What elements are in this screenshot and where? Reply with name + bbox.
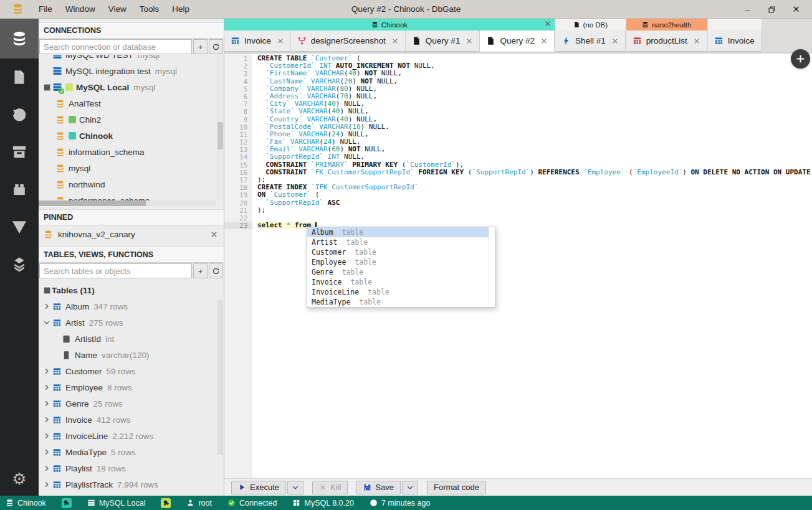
close-tab-icon[interactable] <box>540 37 548 45</box>
database-item-mysql[interactable]: mysql <box>39 160 224 176</box>
activity-query-designer[interactable] <box>0 208 39 245</box>
close-tab-icon[interactable] <box>391 37 399 45</box>
save-dropdown-button[interactable] <box>402 481 418 494</box>
table-item-invoice[interactable]: Invoice412 rows <box>39 412 224 428</box>
chevron-right-icon[interactable] <box>42 416 52 423</box>
autocomplete-item-employee[interactable]: Employeetable <box>307 257 489 267</box>
column-item-name[interactable]: Namevarchar(120) <box>39 347 224 363</box>
refresh-tables-button[interactable] <box>209 263 223 278</box>
add-table-button[interactable]: + <box>193 263 208 278</box>
tab-group-header[interactable]: (no DB) <box>555 19 626 31</box>
close-tab-icon[interactable] <box>693 37 700 45</box>
unpin-close-icon[interactable] <box>210 230 218 238</box>
table-item-playlisttrack[interactable]: PlaylistTrack7,994 rows <box>39 476 224 493</box>
execute-button[interactable]: Execute <box>231 481 286 494</box>
chevron-right-icon[interactable] <box>42 303 52 310</box>
activity-files[interactable] <box>0 59 39 96</box>
chevron-right-icon[interactable] <box>42 448 52 456</box>
database-item-chin2[interactable]: Chin2 <box>39 111 224 128</box>
tab-group-header[interactable]: Chinook <box>224 19 555 31</box>
chevron-right-icon[interactable] <box>42 465 52 472</box>
execute-dropdown-button[interactable] <box>287 481 303 494</box>
database-item-northwind[interactable]: northwind <box>39 176 224 192</box>
settings-button[interactable]: ⚙ <box>12 471 26 487</box>
status-connected[interactable]: Connected <box>227 499 277 508</box>
tab-query-1[interactable]: Query #1 <box>406 31 480 52</box>
connections-horizontal-scrollbar[interactable] <box>39 201 216 206</box>
chevron-right-icon[interactable] <box>42 432 52 440</box>
menu-tools[interactable]: Tools <box>140 4 160 14</box>
autocomplete-item-customer[interactable]: Customertable <box>307 247 489 257</box>
autocomplete-item-invoiceline[interactable]: InvoiceLinetable <box>307 287 489 297</box>
tab-invoice[interactable]: Invoice <box>224 31 291 52</box>
menu-window[interactable]: Window <box>65 4 95 14</box>
chevron-right-icon[interactable] <box>42 481 52 488</box>
autocomplete-item-mediatype[interactable]: MediaTypetable <box>307 297 489 307</box>
status-chinook[interactable]: Chinook <box>6 499 46 508</box>
refresh-connections-button[interactable] <box>209 39 223 54</box>
restore-button[interactable] <box>760 0 784 19</box>
database-item-chinook[interactable]: Chinook <box>39 128 224 144</box>
format-code-button[interactable]: Format code <box>427 481 486 494</box>
table-item-invoiceline[interactable]: InvoiceLine2,212 rows <box>39 428 224 444</box>
connections-search-input[interactable] <box>39 39 192 54</box>
close-tab-icon[interactable] <box>611 37 619 45</box>
table-item-artist[interactable]: Artist275 rows <box>39 314 224 331</box>
tab-designerscreenshot[interactable]: designerScreenshot <box>291 31 406 52</box>
table-item-album[interactable]: Album347 rows <box>39 298 224 314</box>
menu-help[interactable]: Help <box>172 4 189 14</box>
tab-group-header[interactable]: nano2health <box>626 19 707 31</box>
autocomplete-item-genre[interactable]: Genretable <box>307 267 489 277</box>
activity-archive[interactable] <box>0 133 39 171</box>
minus-box-icon[interactable] <box>42 286 52 295</box>
minimize-button[interactable]: – <box>735 0 760 19</box>
close-tab-icon[interactable] <box>466 37 473 45</box>
tables-vertical-scrollbar[interactable] <box>217 300 223 455</box>
status-mysql-8-0-20[interactable]: MySQL 8.0.20 <box>292 499 353 508</box>
tab-invoice[interactable]: Invoice <box>708 31 762 52</box>
autocomplete-scrollbar[interactable] <box>489 227 495 307</box>
activity-cells[interactable] <box>0 245 39 283</box>
tab-productlist[interactable]: productList <box>626 31 707 52</box>
status-color-badge[interactable] <box>62 498 72 508</box>
activity-plugins[interactable] <box>0 171 39 208</box>
connection-item-mysql-local[interactable]: MySQL Localmysql <box>39 79 224 95</box>
add-connection-button[interactable]: + <box>193 39 208 54</box>
status-7-minutes-ago[interactable]: 7 minutes ago <box>370 499 431 508</box>
autocomplete-item-album[interactable]: Albumtable <box>307 227 489 237</box>
database-item-information-schema[interactable]: information_schema <box>39 144 224 160</box>
tab-group-header[interactable] <box>708 19 762 31</box>
menu-view[interactable]: View <box>108 4 127 14</box>
table-item-mediatype[interactable]: MediaType5 rows <box>39 444 224 460</box>
sql-editor[interactable]: 1234567891011121314151617181920212223 CR… <box>224 52 812 478</box>
status-color-badge[interactable] <box>161 498 171 508</box>
tables-group-header[interactable]: Tables (11) <box>39 282 224 298</box>
autocomplete-item-artist[interactable]: Artisttable <box>307 237 489 247</box>
column-item-artistid[interactable]: ArtistIdint <box>39 331 224 347</box>
database-item-analtest[interactable]: AnalTest <box>39 95 224 111</box>
activity-connections[interactable] <box>0 19 39 59</box>
status-root[interactable]: root <box>186 499 212 508</box>
tables-search-input[interactable] <box>39 263 192 278</box>
table-item-employee[interactable]: Employee8 rows <box>39 379 224 395</box>
chevron-right-icon[interactable] <box>42 367 52 375</box>
kill-button[interactable]: Kill <box>312 481 348 494</box>
menu-file[interactable]: File <box>39 4 52 14</box>
status-mysql-local[interactable]: MySQL Local <box>87 499 146 508</box>
chevron-down-icon[interactable] <box>42 319 52 326</box>
tab-shell-1[interactable]: Shell #1 <box>555 31 626 52</box>
new-tab-button[interactable] <box>791 49 810 68</box>
chevron-right-icon[interactable] <box>42 400 52 407</box>
activity-history[interactable] <box>0 96 39 133</box>
close-group-icon[interactable] <box>544 20 552 27</box>
table-item-genre[interactable]: Genre25 rows <box>39 395 224 412</box>
minus-box-icon[interactable] <box>42 83 52 92</box>
table-item-customer[interactable]: Customer59 rows <box>39 363 224 379</box>
close-tab-icon[interactable] <box>277 37 284 45</box>
connections-vertical-scrollbar[interactable] <box>217 55 224 201</box>
connection-item-mysql-wd-test[interactable]: MySQL WD TESTmysql <box>39 55 224 63</box>
save-button[interactable]: Save <box>356 481 401 494</box>
autocomplete-item-invoice[interactable]: Invoicetable <box>307 277 489 287</box>
connection-item-mysql-integration-test[interactable]: MySQL integration testmysql <box>39 63 224 79</box>
close-button[interactable]: ✕ <box>784 0 808 19</box>
